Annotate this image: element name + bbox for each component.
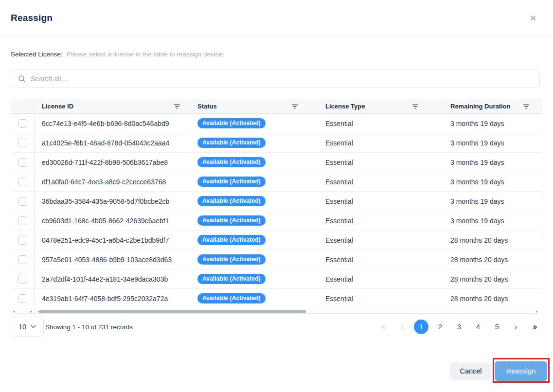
row-checkbox[interactable] — [18, 119, 27, 128]
chevron-down-icon — [31, 325, 36, 328]
status-badge: Available (Activated) — [197, 118, 266, 128]
license-type-cell: Essential — [325, 256, 353, 264]
license-id-cell: 2a7d2df4-101f-44e2-a181-34e9daca303b — [42, 275, 168, 283]
license-type-cell: Essential — [325, 159, 353, 166]
page-size-select[interactable]: 10 — [11, 317, 44, 337]
page-button-2[interactable]: 2 — [433, 320, 447, 334]
table-row[interactable]: 957a5e01-4053-4886-b9b9-103ace8d3d63 Ava… — [11, 250, 542, 269]
column-header-license-type: License Type — [325, 103, 365, 110]
status-badge: Available (Activated) — [197, 235, 266, 245]
column-header-license-id: License ID — [42, 103, 73, 110]
license-type-cell: Essential — [325, 139, 353, 147]
row-checkbox[interactable] — [18, 275, 27, 284]
filter-icon[interactable] — [412, 104, 419, 109]
page-button-4[interactable]: 4 — [471, 320, 485, 334]
pagination: « ‹ 1 2 3 4 5 › » — [372, 317, 542, 337]
filter-icon[interactable] — [523, 104, 530, 109]
scrollbar-thumb[interactable] — [39, 310, 306, 313]
status-badge: Available (Activated) — [197, 254, 266, 265]
column-header-remaining-duration: Remaining Duration — [450, 103, 511, 110]
table-row[interactable]: ed30026d-711f-422f-8b98-506b3617abe8 Ava… — [11, 153, 542, 172]
column-header-status: Status — [197, 103, 217, 110]
footer-divider — [0, 350, 553, 350]
row-checkbox[interactable] — [18, 178, 27, 186]
table-scrollbar-row: ◂ ▸ ◂ ▸ — [11, 308, 542, 314]
selected-license-hint: Please select a license in the table to … — [67, 51, 224, 58]
table-row[interactable]: a1c4025e-f6b1-48ad-878d-054043c2aaa4 Ava… — [11, 133, 542, 153]
status-badge: Available (Activated) — [197, 138, 266, 148]
selected-license-label: Selected License: — [11, 51, 63, 58]
table-row[interactable]: cb9603d1-168c-4b05-8662-42639c6aebf1 Ava… — [11, 211, 542, 231]
page-button-1[interactable]: 1 — [414, 320, 428, 334]
row-checkbox[interactable] — [18, 216, 27, 225]
license-type-cell: Essential — [325, 178, 353, 186]
modal-title: Reassign — [11, 13, 53, 23]
row-checkbox[interactable] — [18, 294, 27, 303]
cancel-button[interactable]: Cancel — [450, 362, 492, 380]
license-type-cell: Essential — [325, 295, 353, 303]
status-badge: Available (Activated) — [197, 157, 266, 167]
reassign-button[interactable]: Reassign — [495, 361, 547, 381]
table-header-row: License ID Status License Type — [11, 99, 542, 114]
remaining-duration-cell: 3 months 19 days — [450, 178, 504, 186]
remaining-duration-cell: 28 months 20 days — [450, 256, 508, 264]
license-id-cell: 36bdaa35-3584-435a-9058-5d7f0bcbe2cb — [42, 197, 169, 205]
table-row[interactable]: 36bdaa35-3584-435a-9058-5d7f0bcbe2cb Ava… — [11, 192, 542, 211]
status-badge: Available (Activated) — [197, 196, 266, 206]
license-id-cell: cb9603d1-168c-4b05-8662-42639c6aebf1 — [42, 217, 169, 225]
table-row[interactable]: 2a7d2df4-101f-44e2-a181-34e9daca303b Ava… — [11, 269, 542, 289]
row-checkbox[interactable] — [18, 158, 27, 167]
table-row[interactable]: 0478e251-edc9-45c1-a6b4-c2be1bdb9df7 Ava… — [11, 231, 542, 250]
header-checkbox-cell — [11, 99, 35, 113]
status-badge: Available (Activated) — [197, 293, 266, 303]
scroll-right-icon[interactable]: ▸ — [536, 310, 538, 314]
status-badge: Available (Activated) — [197, 215, 266, 226]
table-row[interactable]: df1a0fa0-64c7-4ee3-a8c9-c2cecce63768 Ava… — [11, 172, 542, 192]
close-icon[interactable]: ✕ — [528, 13, 538, 24]
page-button-3[interactable]: 3 — [452, 320, 466, 334]
fixed-column-scrollbar[interactable]: ◂ ▸ — [11, 308, 35, 314]
page-size-value: 10 — [18, 323, 26, 331]
row-checkbox[interactable] — [18, 197, 27, 206]
search-placeholder: Search all ... — [31, 75, 69, 83]
remaining-duration-cell: 28 months 20 days — [450, 295, 508, 303]
scroll-right-icon[interactable]: ▸ — [30, 310, 32, 314]
prev-page-button[interactable]: ‹ — [395, 320, 410, 334]
horizontal-scrollbar[interactable]: ◂ ▸ — [35, 308, 542, 314]
remaining-duration-cell: 3 months 19 days — [450, 217, 504, 225]
row-checkbox[interactable] — [18, 255, 27, 264]
remaining-duration-cell: 3 months 19 days — [450, 159, 504, 166]
remaining-duration-cell: 28 months 20 days — [450, 236, 508, 244]
search-icon — [18, 75, 26, 83]
license-table: License ID Status License Type — [11, 99, 542, 314]
status-badge: Available (Activated) — [197, 274, 266, 284]
license-type-cell: Essential — [325, 217, 353, 225]
license-id-cell: 4e319ab1-64f7-4058-bdf5-295c2032a72a — [42, 295, 168, 303]
last-page-button[interactable]: » — [528, 320, 542, 334]
remaining-duration-cell: 28 months 20 days — [450, 275, 508, 283]
license-type-cell: Essential — [325, 197, 353, 205]
remaining-duration-cell: 3 months 19 days — [450, 197, 504, 205]
license-id-cell: 0478e251-edc9-45c1-a6b4-c2be1bdb9df7 — [42, 236, 169, 244]
row-checkbox[interactable] — [18, 236, 27, 245]
search-input[interactable]: Search all ... — [11, 70, 540, 88]
page-button-5[interactable]: 5 — [490, 320, 504, 334]
filter-icon[interactable] — [174, 104, 180, 109]
license-id-cell: df1a0fa0-64c7-4ee3-a8c9-c2cecce63768 — [42, 178, 166, 186]
row-checkbox[interactable] — [18, 139, 27, 147]
filter-icon[interactable] — [291, 104, 298, 109]
records-summary: Showing 1 - 10 of 231 records — [45, 323, 133, 331]
license-id-cell: ed30026d-711f-422f-8b98-506b3617abe8 — [42, 159, 168, 166]
table-row[interactable]: 4e319ab1-64f7-4058-bdf5-295c2032a72a Ava… — [11, 289, 542, 308]
remaining-duration-cell: 3 months 19 days — [450, 139, 504, 147]
next-page-button[interactable]: › — [509, 320, 523, 334]
license-type-cell: Essential — [325, 120, 353, 127]
scroll-left-icon[interactable]: ◂ — [13, 310, 15, 314]
modal-header: Reassign ✕ — [0, 0, 553, 37]
license-id-cell: 6cc74e13-e4f5-4e6b-b696-8d0ac546abd9 — [42, 120, 169, 127]
license-type-cell: Essential — [325, 236, 353, 244]
first-page-button[interactable]: « — [376, 320, 391, 334]
table-row[interactable]: 6cc74e13-e4f5-4e6b-b696-8d0ac546abd9 Ava… — [11, 114, 542, 133]
remaining-duration-cell: 3 months 19 days — [450, 120, 504, 127]
status-badge: Available (Activated) — [197, 177, 266, 187]
